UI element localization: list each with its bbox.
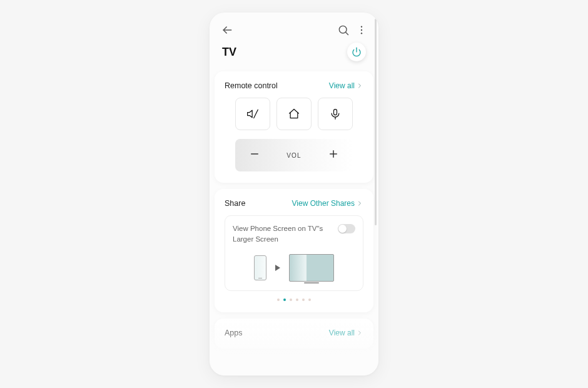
- share-card-title: Share: [225, 199, 245, 208]
- chevron-right-icon: [356, 200, 363, 207]
- svg-marker-7: [248, 110, 253, 118]
- mute-button[interactable]: [235, 98, 270, 130]
- play-icon: [275, 265, 280, 271]
- apps-view-all-link[interactable]: View all: [329, 329, 363, 337]
- pager-dots[interactable]: [225, 299, 363, 301]
- remote-control-card: Remote control View all: [215, 71, 373, 183]
- pager-dot[interactable]: [290, 299, 292, 301]
- more-menu-button[interactable]: [356, 24, 367, 36]
- svg-line-2: [345, 32, 348, 34]
- share-card: Share View Other Shares View Phone Scree…: [215, 189, 373, 312]
- search-button[interactable]: [337, 24, 350, 36]
- back-button[interactable]: [221, 24, 233, 36]
- phone-icon: [254, 255, 266, 280]
- tv-icon: [289, 254, 334, 282]
- mute-icon: [246, 108, 259, 120]
- svg-line-8: [254, 110, 258, 118]
- mic-button[interactable]: [318, 98, 353, 130]
- power-button[interactable]: [347, 43, 366, 61]
- cast-description: View Phone Screen on TV"s Larger Screen: [233, 223, 332, 245]
- view-other-shares-label: View Other Shares: [292, 199, 355, 208]
- screen-cast-panel: View Phone Screen on TV"s Larger Screen: [225, 215, 363, 291]
- remote-card-title: Remote control: [225, 81, 278, 90]
- cast-toggle[interactable]: [338, 224, 355, 233]
- apps-card-title: Apps: [225, 329, 243, 337]
- view-all-label: View all: [329, 329, 355, 337]
- mic-icon: [329, 108, 342, 120]
- volume-up-button[interactable]: [328, 148, 339, 162]
- volume-control: VOL: [235, 139, 353, 171]
- apps-card: Apps View all: [215, 319, 373, 349]
- scrollbar[interactable]: [375, 19, 377, 225]
- cast-illustration: [233, 254, 355, 282]
- plus-icon: [328, 148, 339, 160]
- volume-down-button[interactable]: [249, 148, 260, 162]
- view-all-label: View all: [329, 81, 355, 90]
- scroll-area: TV Remote control View all: [210, 13, 378, 375]
- pager-dot[interactable]: [308, 299, 311, 301]
- pager-dot[interactable]: [302, 299, 305, 301]
- svg-point-5: [361, 33, 362, 34]
- pager-dot[interactable]: [277, 299, 280, 301]
- chevron-right-icon: [356, 329, 363, 337]
- svg-point-4: [361, 29, 362, 31]
- top-bar: [210, 13, 378, 36]
- home-button[interactable]: [276, 98, 312, 130]
- pager-dot[interactable]: [283, 299, 286, 301]
- remote-view-all-link[interactable]: View all: [329, 81, 363, 90]
- volume-label: VOL: [286, 152, 302, 159]
- page-title: TV: [222, 46, 236, 59]
- pager-dot[interactable]: [296, 299, 298, 301]
- phone-frame: TV Remote control View all: [210, 13, 378, 375]
- svg-rect-9: [334, 110, 337, 115]
- svg-point-3: [361, 26, 362, 28]
- chevron-right-icon: [356, 82, 363, 89]
- view-other-shares-link[interactable]: View Other Shares: [292, 199, 364, 208]
- home-icon: [288, 108, 300, 120]
- minus-icon: [249, 148, 260, 160]
